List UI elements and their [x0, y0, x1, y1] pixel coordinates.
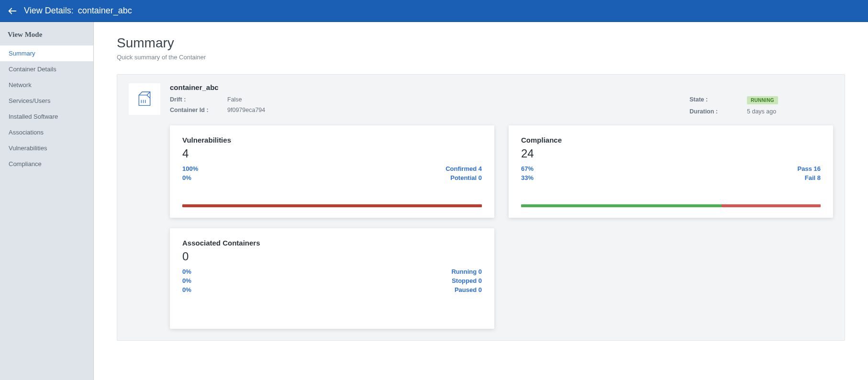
card-compliance: Compliance 24 67%Pass 1633%Fail 8: [509, 125, 833, 218]
bar-segment: [182, 204, 482, 207]
entity-name: container_abc: [170, 83, 833, 91]
info-panel: container_abc Drift :FalseContainer Id :…: [117, 74, 845, 341]
sidebar-item-installed-software[interactable]: Installed Software: [0, 109, 93, 124]
stat-row[interactable]: 0%Stopped 0: [182, 277, 482, 284]
stat-left: 0%: [182, 268, 191, 275]
sidebar: View Mode SummaryContainer DetailsNetwor…: [0, 22, 94, 380]
card-associated: Associated Containers 0 0%Running 00%Sto…: [170, 228, 494, 329]
stat-left: 100%: [182, 165, 198, 172]
stat-right: Stopped 0: [452, 277, 482, 284]
stat-right: Running 0: [451, 268, 482, 275]
sidebar-item-services-users[interactable]: Services/Users: [0, 93, 93, 109]
svg-line-2: [147, 92, 150, 95]
stat-row[interactable]: 33%Fail 8: [521, 174, 821, 181]
meta-right-column: State :RUNNINGDuration :5 days ago: [690, 96, 833, 115]
sidebar-item-container-details[interactable]: Container Details: [0, 61, 93, 77]
card-vuln-title: Vulnerabilities: [182, 136, 482, 144]
compliance-bar: [521, 204, 821, 207]
back-arrow-icon[interactable]: [6, 4, 19, 18]
vuln-bar: [182, 204, 482, 207]
meta-value: False: [227, 96, 242, 103]
stat-row[interactable]: 67%Pass 16: [521, 165, 821, 172]
app-header: View Details: container_abc: [0, 0, 868, 22]
stat-left: 67%: [521, 165, 534, 172]
sidebar-item-vulnerabilities[interactable]: Vulnerabilities: [0, 140, 93, 156]
stat-row[interactable]: 0%Running 0: [182, 268, 482, 275]
stat-row[interactable]: 0%Paused 0: [182, 286, 482, 293]
stat-row[interactable]: 100%Confirmed 4: [182, 165, 482, 172]
stat-left: 0%: [182, 286, 191, 293]
container-icon: [129, 83, 160, 115]
meta-label: Duration :: [690, 108, 737, 115]
stat-row[interactable]: 0%Potential 0: [182, 174, 482, 181]
state-badge: RUNNING: [747, 96, 778, 104]
card-vuln-total: 4: [182, 147, 482, 160]
card-vulnerabilities: Vulnerabilities 4 100%Confirmed 40%Poten…: [170, 125, 494, 218]
meta-label: State :: [690, 96, 737, 104]
svg-marker-1: [139, 95, 150, 106]
card-compliance-title: Compliance: [521, 136, 821, 144]
stat-left: 0%: [182, 174, 191, 181]
meta-value: 5 days ago: [747, 108, 776, 115]
stat-right: Confirmed 4: [445, 165, 482, 172]
meta-value: RUNNING: [747, 96, 778, 104]
meta-row: Duration :5 days ago: [690, 108, 833, 115]
meta-left-column: Drift :FalseContainer Id :9f0979eca794: [170, 96, 265, 115]
card-assoc-title: Associated Containers: [182, 239, 482, 247]
sidebar-item-network[interactable]: Network: [0, 77, 93, 93]
page-subtitle: Quick summary of the Container: [117, 54, 845, 61]
card-assoc-total: 0: [182, 250, 482, 263]
card-compliance-total: 24: [521, 147, 821, 160]
sidebar-item-compliance[interactable]: Compliance: [0, 156, 93, 172]
stat-right: Fail 8: [805, 174, 821, 181]
bar-segment: [722, 204, 821, 207]
meta-row: Drift :False: [170, 96, 265, 103]
sidebar-item-summary[interactable]: Summary: [0, 45, 93, 61]
stat-right: Paused 0: [455, 286, 482, 293]
stat-right: Pass 16: [798, 165, 821, 172]
bar-segment: [521, 204, 722, 207]
stat-right: Potential 0: [450, 174, 482, 181]
header-title: View Details: container_abc: [24, 6, 132, 16]
meta-label: Container Id :: [170, 107, 218, 113]
stat-left: 33%: [521, 174, 534, 181]
sidebar-item-associations[interactable]: Associations: [0, 124, 93, 140]
header-entity-name: container_abc: [78, 6, 132, 15]
sidebar-title: View Mode: [0, 27, 93, 45]
meta-label: Drift :: [170, 96, 218, 103]
stat-left: 0%: [182, 277, 191, 284]
meta-value: 9f0979eca794: [227, 107, 265, 113]
main-content: Summary Quick summary of the Container c…: [94, 22, 868, 380]
page-title: Summary: [117, 35, 845, 51]
meta-row: Container Id :9f0979eca794: [170, 107, 265, 113]
meta-row: State :RUNNING: [690, 96, 833, 104]
header-title-prefix: View Details:: [24, 6, 74, 15]
